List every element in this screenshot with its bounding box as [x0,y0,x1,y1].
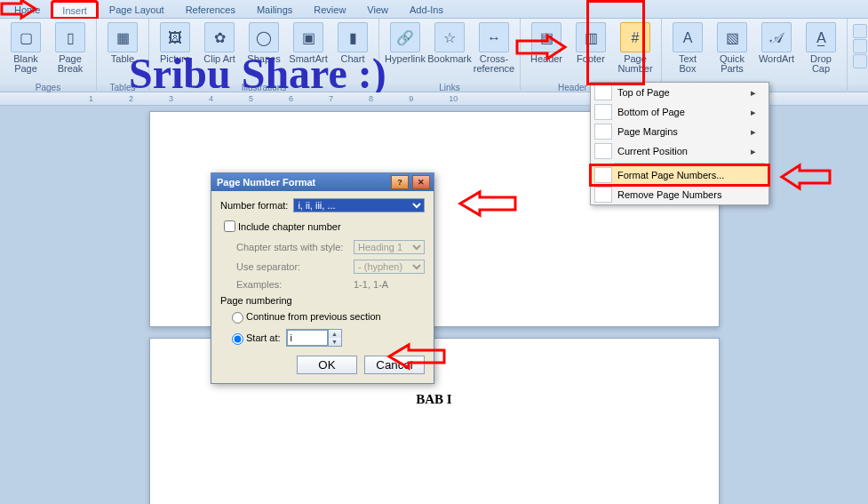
separator-select: - (hyphen) [354,260,425,274]
dropcap-button[interactable]: A̲Drop Cap [800,20,841,76]
page-number-icon: # [620,22,650,52]
start-at-radio[interactable] [232,333,243,345]
dialog-title: Page Number Format [217,177,315,188]
blank-page-label: Blank Page [7,54,44,74]
dialog-close-button[interactable]: ✕ [412,175,430,189]
chart-icon: ▮ [338,22,368,52]
crossref-button[interactable]: ↔Cross-reference [474,20,514,76]
continue-label: Continue from previous section [246,311,381,322]
picture-icon: 🖼 [160,22,190,52]
object-icon [853,54,867,68]
include-chapter-checkbox[interactable] [224,220,235,232]
footer-button[interactable]: ▥Footer [570,20,611,76]
menu-bottom-of-page[interactable]: Bottom of Page▸ [591,102,768,122]
submenu-arrow-icon: ▸ [751,146,756,157]
menu-current-position[interactable]: Current Position▸ [591,141,768,161]
tab-references[interactable]: References [177,2,244,18]
menu-top-of-page[interactable]: Top of Page▸ [591,83,768,102]
group-pages: ▢Blank Page ▯Page Break Pages [0,19,97,93]
start-at-input[interactable] [287,330,328,346]
submenu-arrow-icon: ▸ [751,126,756,138]
shapes-icon: ◯ [249,22,279,52]
separator-label: Use separator: [236,261,300,272]
shapes-button[interactable]: ◯Shapes [243,20,284,66]
object-button[interactable]: Object [853,54,868,68]
page-break-button[interactable]: ▯Page Break [50,20,91,76]
bottom-page-icon [594,104,612,120]
ribbon-tabs: Home Insert Page Layout References Maili… [0,0,868,19]
examples-value: 1-1, 1-A [354,279,425,290]
format-numbers-icon [594,167,612,183]
dropcap-icon: A̲ [806,22,836,52]
doc-heading: BAB I [416,392,451,406]
submenu-arrow-icon: ▸ [751,87,756,99]
start-at-label: Start at: [246,332,281,343]
chapter-style-select: Heading 1 [354,240,425,254]
wordart-button[interactable]: 𝒜WordArt [756,20,797,76]
tab-page-layout[interactable]: Page Layout [100,2,173,18]
table-label: Table [111,54,134,64]
menu-page-margins[interactable]: Page Margins▸ [591,122,768,141]
page-numbering-label: Page numbering [220,295,425,306]
blank-page-icon: ▢ [11,22,41,52]
chapter-style-label: Chapter starts with style: [236,242,343,252]
tab-home[interactable]: Home [5,2,49,18]
hyperlink-button[interactable]: 🔗Hyperlink [385,20,426,76]
smartart-button[interactable]: ▣SmartArt [288,20,329,66]
tab-add-ins[interactable]: Add-Ins [401,2,452,18]
current-position-icon [594,143,612,159]
number-format-select[interactable]: i, ii, iii, ... [293,198,425,212]
footer-icon: ▥ [576,22,606,52]
signature-icon [853,24,867,38]
quickparts-icon: ▧ [717,22,747,52]
page-number-format-dialog: Page Number Format ? ✕ Number format: i,… [211,172,434,384]
page-number-button[interactable]: #Page Number [615,20,656,76]
bookmark-button[interactable]: ☆Bookmark [429,20,470,76]
blank-page-button[interactable]: ▢Blank Page [5,20,46,76]
examples-label: Examples: [236,279,282,290]
spin-up-button[interactable]: ▲ [329,330,341,338]
hyperlink-icon: 🔗 [390,22,420,52]
textbox-button[interactable]: AText Box [667,20,708,76]
clipart-icon: ✿ [204,22,235,52]
menu-format-page-numbers[interactable]: Format Page Numbers... [591,165,768,185]
dialog-titlebar[interactable]: Page Number Format ? ✕ [211,173,434,191]
quickparts-button[interactable]: ▧Quick Parts [712,20,753,76]
group-signature: Signature Date & Time Object [848,19,868,97]
bookmark-icon: ☆ [434,22,465,52]
picture-button[interactable]: 🖼Picture [155,20,195,66]
start-at-spin[interactable]: ▲▼ [286,329,342,347]
top-page-icon [594,84,612,100]
group-illustrations: 🖼Picture ✿Clip Art ◯Shapes ▣SmartArt ▮Ch… [149,19,379,93]
textbox-icon: A [673,22,703,52]
tab-insert[interactable]: Insert [52,2,97,18]
signature-line-button[interactable]: Signature [853,24,868,38]
continue-radio[interactable] [232,312,243,324]
ok-button[interactable]: OK [297,356,357,374]
tab-view[interactable]: View [358,2,397,18]
chart-button[interactable]: ▮Chart [332,20,373,66]
page-margins-icon [594,124,612,140]
tab-review[interactable]: Review [305,2,354,18]
wordart-icon: 𝒜 [761,22,792,52]
date-time-icon [853,39,867,53]
group-links: 🔗Hyperlink ☆Bookmark ↔Cross-reference Li… [379,19,521,93]
dialog-help-button[interactable]: ? [391,175,409,189]
page-break-label: Page Break [52,54,89,74]
smartart-icon: ▣ [293,22,323,52]
spin-down-button[interactable]: ▼ [329,338,341,346]
tab-mailings[interactable]: Mailings [248,2,301,18]
date-time-button[interactable]: Date & Time [853,39,868,53]
cancel-button[interactable]: Cancel [364,356,425,374]
clipart-button[interactable]: ✿Clip Art [199,20,240,66]
submenu-arrow-icon: ▸ [751,107,756,118]
menu-separator [614,163,765,164]
menu-remove-page-numbers[interactable]: Remove Page Numbers [591,185,768,204]
crossref-icon: ↔ [479,22,509,52]
header-button[interactable]: ▤Header [526,20,567,76]
number-format-label: Number format: [220,200,288,211]
header-icon: ▤ [531,22,561,52]
include-chapter-label: Include chapter number [238,221,341,232]
page-number-menu: Top of Page▸ Bottom of Page▸ Page Margin… [590,82,769,205]
table-button[interactable]: ▦Table [102,20,143,66]
